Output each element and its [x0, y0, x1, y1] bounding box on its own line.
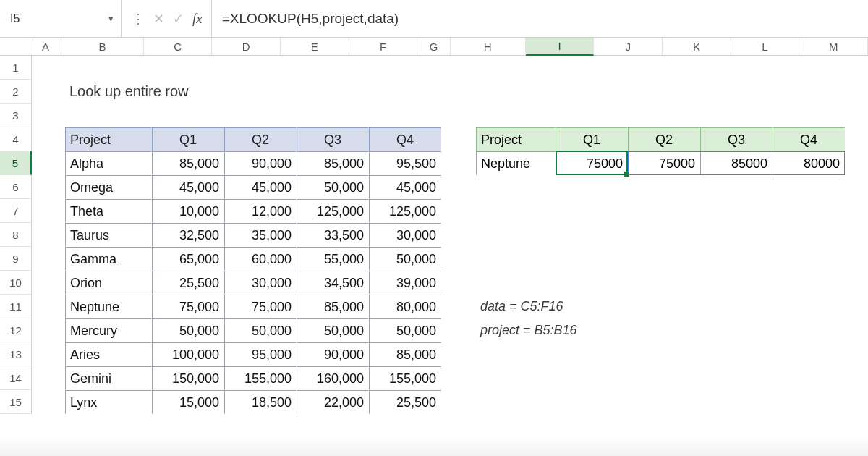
- table-cell[interactable]: 45,000: [224, 175, 297, 199]
- col-header-K[interactable]: K: [663, 38, 731, 55]
- table-cell[interactable]: Omega: [65, 175, 152, 199]
- table-cell[interactable]: 155,000: [369, 366, 441, 390]
- lookup-header[interactable]: Project: [476, 127, 556, 151]
- cell[interactable]: [556, 223, 628, 247]
- cell[interactable]: [441, 366, 476, 390]
- cell[interactable]: [369, 104, 441, 127]
- cell[interactable]: [773, 247, 845, 271]
- col-header-L[interactable]: L: [731, 38, 800, 55]
- cell[interactable]: [845, 80, 868, 104]
- table-cell[interactable]: 12,000: [224, 199, 297, 223]
- table-cell[interactable]: 100,000: [152, 342, 224, 366]
- cell[interactable]: [556, 271, 628, 295]
- cell[interactable]: [32, 127, 65, 151]
- cell[interactable]: [369, 80, 441, 104]
- cell[interactable]: [845, 271, 868, 295]
- row-header-10[interactable]: 10: [0, 271, 32, 295]
- table-cell[interactable]: 25,500: [152, 271, 224, 295]
- table-cell[interactable]: 75,000: [224, 295, 297, 318]
- cell[interactable]: [476, 56, 556, 80]
- cell[interactable]: [476, 247, 556, 271]
- cell[interactable]: [556, 175, 628, 199]
- table-cell[interactable]: 65,000: [152, 247, 224, 271]
- cell[interactable]: [628, 56, 700, 80]
- col-header-A[interactable]: A: [30, 38, 62, 55]
- cell[interactable]: [700, 295, 773, 318]
- cell[interactable]: [700, 247, 773, 271]
- cell[interactable]: [628, 390, 700, 414]
- cell[interactable]: [441, 199, 476, 223]
- cell[interactable]: [773, 318, 845, 342]
- cell[interactable]: [476, 271, 556, 295]
- cell[interactable]: [441, 247, 476, 271]
- cell[interactable]: [628, 295, 700, 318]
- col-header-C[interactable]: C: [144, 38, 213, 55]
- cell[interactable]: [845, 151, 868, 175]
- table-cell[interactable]: 25,500: [369, 390, 441, 414]
- cell[interactable]: [556, 56, 628, 80]
- cell[interactable]: [556, 318, 628, 342]
- table-cell[interactable]: 45,000: [152, 175, 224, 199]
- lookup-result[interactable]: 80000: [773, 151, 845, 175]
- col-header-E[interactable]: E: [281, 38, 349, 55]
- name-box[interactable]: I5: [10, 12, 104, 25]
- chevron-down-icon[interactable]: ▾: [109, 13, 114, 24]
- note-data-range[interactable]: data = C5:F16: [476, 295, 556, 318]
- table-cell[interactable]: 55,000: [297, 247, 369, 271]
- cell[interactable]: [700, 390, 773, 414]
- table-cell[interactable]: 150,000: [152, 366, 224, 390]
- cell[interactable]: [700, 318, 773, 342]
- cell[interactable]: [773, 271, 845, 295]
- cell[interactable]: [441, 318, 476, 342]
- cell[interactable]: [628, 104, 700, 127]
- select-all-corner[interactable]: [0, 38, 30, 55]
- cell[interactable]: [297, 80, 369, 104]
- table-cell[interactable]: 60,000: [224, 247, 297, 271]
- cell[interactable]: [65, 56, 152, 80]
- cell[interactable]: [441, 80, 476, 104]
- lookup-key[interactable]: Neptune: [476, 151, 556, 175]
- table-cell[interactable]: Mercury: [65, 318, 152, 342]
- table-cell[interactable]: 85,000: [152, 151, 224, 175]
- cell[interactable]: [845, 127, 868, 151]
- col-header-H[interactable]: H: [451, 38, 526, 55]
- expand-icon[interactable]: ⋮: [132, 11, 145, 27]
- table-cell[interactable]: 30,000: [224, 271, 297, 295]
- cell[interactable]: [700, 342, 773, 366]
- table-cell[interactable]: 30,000: [369, 223, 441, 247]
- cell[interactable]: [32, 318, 65, 342]
- table-cell[interactable]: Alpha: [65, 151, 152, 175]
- cell[interactable]: [773, 199, 845, 223]
- cell[interactable]: [628, 80, 700, 104]
- cell[interactable]: [32, 151, 65, 175]
- row-header-6[interactable]: 6: [0, 175, 32, 199]
- row-header-14[interactable]: 14: [0, 366, 32, 390]
- cell[interactable]: [476, 104, 556, 127]
- cell[interactable]: [845, 318, 868, 342]
- row-header-15[interactable]: 15: [0, 390, 32, 414]
- table-cell[interactable]: 10,000: [152, 199, 224, 223]
- table-header[interactable]: Q1: [152, 127, 224, 151]
- col-header-I[interactable]: I: [526, 38, 595, 56]
- cell[interactable]: [556, 295, 628, 318]
- lookup-header[interactable]: Q1: [556, 127, 628, 151]
- page-title[interactable]: Look up entire row: [65, 80, 152, 104]
- cell[interactable]: [845, 342, 868, 366]
- table-cell[interactable]: 75,000: [152, 295, 224, 318]
- row-header-13[interactable]: 13: [0, 342, 32, 366]
- cell[interactable]: [773, 56, 845, 80]
- cell[interactable]: [773, 104, 845, 127]
- row-header-4[interactable]: 4: [0, 127, 32, 151]
- lookup-header[interactable]: Q3: [700, 127, 773, 151]
- row-header-12[interactable]: 12: [0, 318, 32, 342]
- enter-icon[interactable]: ✓: [173, 11, 184, 27]
- table-cell[interactable]: 50,000: [152, 318, 224, 342]
- cell[interactable]: [700, 104, 773, 127]
- table-cell[interactable]: 34,500: [297, 271, 369, 295]
- row-header-9[interactable]: 9: [0, 247, 32, 271]
- col-header-D[interactable]: D: [212, 38, 281, 55]
- cell[interactable]: [773, 390, 845, 414]
- table-cell[interactable]: 50,000: [297, 175, 369, 199]
- table-header[interactable]: Project: [65, 127, 152, 151]
- cell[interactable]: [476, 175, 556, 199]
